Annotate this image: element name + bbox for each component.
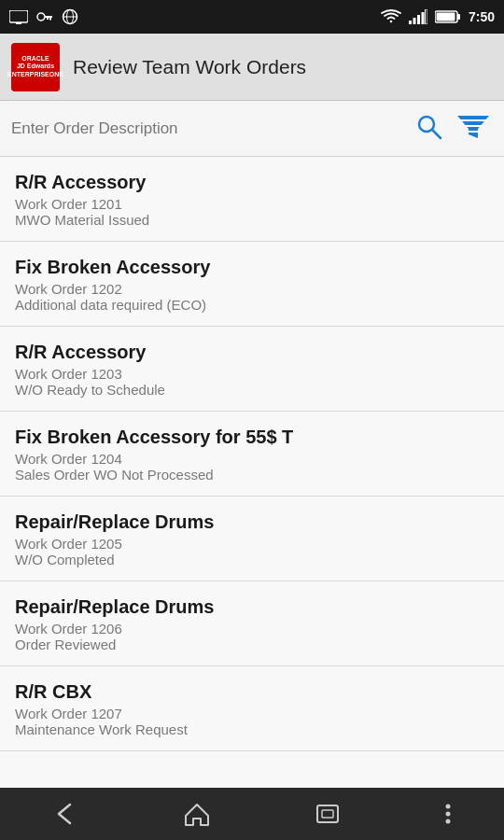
order-title: R/R CBX: [15, 679, 489, 704]
status-icons-left: [9, 8, 78, 25]
order-status: Sales Order WO Not Processed: [15, 467, 489, 483]
list-item[interactable]: Fix Broken AccessoryWork Order 1202Addit…: [0, 242, 504, 327]
recents-icon: [314, 801, 342, 827]
svg-rect-23: [317, 805, 338, 822]
order-status: MWO Material Issued: [15, 212, 489, 228]
svg-point-27: [446, 819, 451, 824]
search-icon: [416, 114, 442, 140]
order-number: Work Order 1204: [15, 451, 489, 467]
svg-rect-11: [417, 15, 420, 24]
order-number: Work Order 1206: [15, 621, 489, 637]
oracle-logo-text: ORACLEJD EdwardsENTERPRISEONE: [7, 55, 63, 78]
order-status: Maintenance Work Request: [15, 721, 489, 737]
order-title: Repair/Replace Drums: [15, 510, 489, 534]
back-button[interactable]: [36, 793, 96, 834]
app-bar: ORACLEJD EdwardsENTERPRISEONE Review Tea…: [0, 34, 504, 101]
home-button[interactable]: [168, 793, 226, 834]
battery-icon: [435, 9, 461, 24]
order-title: R/R Accessory: [15, 340, 489, 364]
order-number: Work Order 1203: [15, 366, 489, 382]
screen-icon: [9, 10, 28, 24]
order-status: Order Reviewed: [15, 637, 489, 652]
recents-button[interactable]: [299, 793, 357, 834]
order-status: Additional data required (ECO): [15, 297, 489, 313]
order-number: Work Order 1207: [15, 706, 489, 721]
svg-line-18: [432, 130, 441, 138]
key-icon: [35, 10, 54, 24]
signal-icon: [409, 9, 427, 24]
svg-rect-10: [413, 18, 415, 24]
search-bar: [0, 101, 504, 157]
svg-rect-5: [47, 18, 49, 20]
svg-rect-9: [409, 21, 412, 24]
list-item[interactable]: R/R AccessoryWork Order 1203W/O Ready to…: [0, 327, 504, 412]
app-title: Review Team Work Orders: [73, 56, 306, 78]
svg-rect-4: [49, 18, 51, 21]
svg-point-25: [446, 805, 451, 809]
order-number: Work Order 1202: [15, 281, 489, 297]
order-status: W/O Ready to Schedule: [15, 382, 489, 398]
svg-rect-15: [457, 14, 460, 20]
order-number: Work Order 1201: [15, 196, 489, 212]
list-item[interactable]: Fix Broken Accessory for 55$ TWork Order…: [0, 412, 504, 497]
list-item[interactable]: R/R CBXWork Order 1207Maintenance Work R…: [0, 666, 504, 751]
order-status: W/O Completed: [15, 552, 489, 567]
svg-rect-0: [9, 10, 28, 22]
order-list: R/R AccessoryWork Order 1201MWO Material…: [0, 157, 504, 788]
order-title: Fix Broken Accessory: [15, 255, 489, 279]
oracle-logo: ORACLEJD EdwardsENTERPRISEONE: [11, 43, 60, 91]
filter-icon: [457, 114, 489, 140]
home-icon: [183, 801, 211, 827]
wifi-icon: [381, 9, 401, 24]
svg-rect-24: [322, 810, 333, 818]
list-item[interactable]: R/R AccessoryWork Order 1201MWO Material…: [0, 157, 504, 242]
back-icon: [51, 801, 81, 827]
svg-rect-12: [421, 12, 424, 24]
list-item[interactable]: Repair/Replace DrumsWork Order 1206Order…: [0, 581, 504, 666]
status-right: 7:50: [381, 9, 495, 24]
more-icon: [443, 801, 453, 827]
search-button[interactable]: [413, 110, 446, 147]
svg-point-2: [37, 13, 45, 21]
bottom-nav: [0, 788, 504, 840]
filter-button[interactable]: [454, 110, 493, 147]
more-button[interactable]: [428, 793, 468, 834]
list-item[interactable]: Repair/Replace DrumsWork Order 1205W/O C…: [0, 497, 504, 581]
svg-rect-1: [16, 22, 21, 24]
svg-rect-13: [425, 9, 427, 24]
svg-rect-3: [45, 16, 52, 18]
status-bar: 7:50: [0, 0, 504, 34]
svg-point-26: [446, 812, 451, 817]
svg-rect-16: [436, 13, 455, 21]
search-input[interactable]: [11, 119, 405, 138]
time-display: 7:50: [469, 9, 495, 24]
order-title: Repair/Replace Drums: [15, 595, 489, 619]
order-title: Fix Broken Accessory for 55$ T: [15, 425, 489, 449]
order-title: R/R Accessory: [15, 170, 489, 194]
order-number: Work Order 1205: [15, 536, 489, 552]
globe-icon: [62, 8, 78, 25]
